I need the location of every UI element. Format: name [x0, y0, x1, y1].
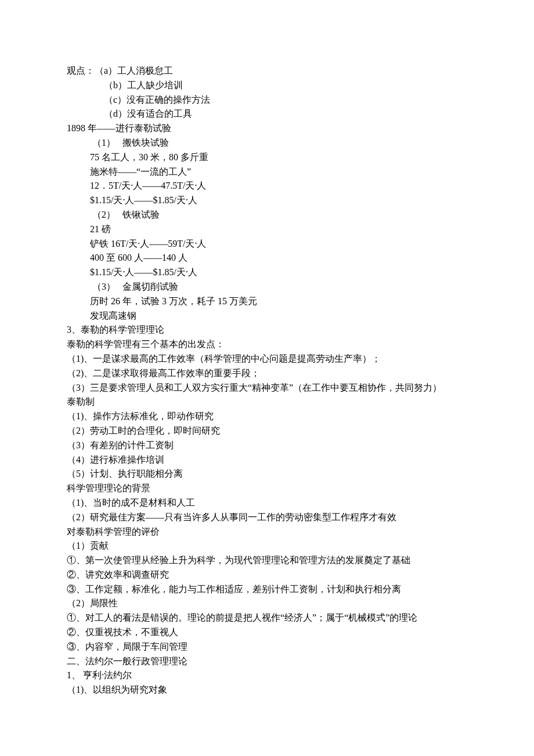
text-line: 历时 26 年，试验 3 万次，耗子 15 万美元: [67, 294, 467, 309]
text-line: 铲铁 16T/天·人——59T/天·人: [67, 237, 467, 251]
text-line: （2）研究最佳方案——只有当许多人从事同一工作的劳动密集型工作程序才有效: [67, 510, 467, 525]
text-line: （3） 金属切削试验: [67, 280, 467, 294]
text-line: 1、 亨利·法约尔: [67, 668, 467, 683]
text-line: （1)、操作方法标准化，即动作研究: [67, 409, 467, 424]
text-line: （2）劳动工时的合理化，即时间研究: [67, 424, 467, 438]
text-line: （c）没有正确的操作方法: [67, 93, 467, 107]
text-line: $1.15/天·人——$1.85/天·人: [67, 265, 467, 280]
text-line: 泰勒制: [67, 395, 467, 409]
text-line: 科学管理理论的背景: [67, 481, 467, 496]
text-line: 观点：（a）工人消极怠工: [67, 64, 467, 78]
text-line: （2)、二是谋求取得最高工作效率的重要手段；: [67, 366, 467, 381]
text-line: 1898 年——进行泰勒试验: [67, 121, 467, 136]
text-line: ②、讲究效率和调查研究: [67, 568, 467, 582]
text-line: 泰勒的科学管理有三个基本的出发点：: [67, 337, 467, 352]
text-line: 发现高速钢: [67, 309, 467, 323]
text-line: （1） 搬铁块试验: [67, 136, 467, 150]
text-line: ①、第一次使管理从经验上升为科学，为现代管理理论和管理方法的发展奠定了基础: [67, 553, 467, 568]
text-line: $1.15/天·人——$1.85/天·人: [67, 193, 467, 208]
text-line: （4）进行标准操作培训: [67, 453, 467, 467]
text-line: ③、工作定额，标准化，能力与工作相适应，差别计件工资制，计划和执行相分离: [67, 582, 467, 597]
text-line: （1)、以组织为研究对象: [67, 683, 467, 697]
text-line: （2）局限性: [67, 596, 467, 611]
text-line: 3、泰勒的科学管理理论: [67, 323, 467, 337]
text-line: （3）有差别的计件工资制: [67, 438, 467, 453]
text-line: 21 磅: [67, 222, 467, 237]
text-line: （5）计划、执行职能相分离: [67, 467, 467, 481]
text-line: （b）工人缺少培训: [67, 78, 467, 93]
text-line: （3）三是要求管理人员和工人双方实行重大“精神变革”（在工作中要互相协作，共同努…: [67, 381, 467, 395]
text-line: （2） 铁锹试验: [67, 208, 467, 222]
text-line: （1)、当时的成不是材料和人工: [67, 496, 467, 510]
text-line: 施米特——“一流的工人”: [67, 165, 467, 179]
text-line: 二、法约尔一般行政管理理论: [67, 654, 467, 669]
text-line: （1）贡献: [67, 539, 467, 553]
text-line: 75 名工人，30 米，80 多斤重: [67, 150, 467, 165]
text-line: ③、内容窄，局限于车间管理: [67, 640, 467, 654]
text-line: 12．5T/天·人——47.5T/天·人: [67, 179, 467, 193]
text-line: ①、对工人的看法是错误的。理论的前提是把人视作“经济人”；属于“机械模式”的理论: [67, 611, 467, 625]
text-line: （d）没有适合的工具: [67, 107, 467, 121]
text-line: 对泰勒科学管理的评价: [67, 525, 467, 539]
text-line: （1)、一是谋求最高的工作效率（科学管理的中心问题是提高劳动生产率）；: [67, 352, 467, 366]
text-line: ②、仅重视技术，不重视人: [67, 625, 467, 640]
document-page: 观点：（a）工人消极怠工（b）工人缺少培训（c）没有正确的操作方法（d）没有适合…: [0, 0, 534, 756]
text-line: 400 至 600 人——140 人: [67, 251, 467, 265]
